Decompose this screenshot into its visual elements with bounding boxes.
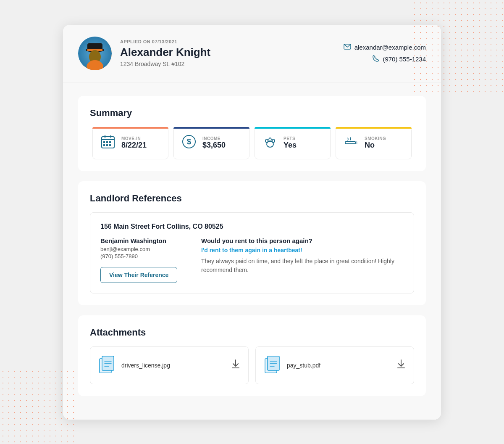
- svg-rect-13: [106, 141, 108, 143]
- ref-answer: I'd rent to them again in a heartbeat!: [201, 247, 404, 254]
- reference-address: 156 Main Street Fort Collins, CO 80525: [100, 223, 404, 230]
- ref-comment: They always paid on time, and they left …: [201, 257, 404, 275]
- svg-rect-34: [268, 356, 279, 370]
- income-label: INCOME: [202, 136, 226, 141]
- pets-value: Yes: [284, 141, 297, 150]
- attachments-title: Attachments: [90, 327, 414, 338]
- main-content: Summary: [63, 82, 441, 420]
- applicant-card: APPLIED ON 07/13/2021 Alexander Knight 1…: [63, 25, 441, 420]
- applicant-info: APPLIED ON 07/13/2021 Alexander Knight 1…: [120, 39, 210, 67]
- svg-rect-27: [102, 356, 114, 370]
- ref-phone: (970) 555-7890: [100, 253, 184, 259]
- move-in-info: MOVE-IN 8/22/21: [121, 136, 147, 150]
- smoking-label: SMOKING: [365, 136, 386, 141]
- attachment-item-paystub[interactable]: pay_stub.pdf: [255, 346, 414, 384]
- svg-rect-16: [106, 144, 108, 146]
- svg-rect-15: [103, 144, 105, 146]
- svg-rect-12: [103, 141, 105, 143]
- calendar-icon: [100, 134, 116, 152]
- attachments-grid: drivers_license.jpg: [90, 346, 414, 384]
- avatar: [78, 37, 112, 70]
- dollar-icon: $: [181, 134, 197, 152]
- attachment-name-1: drivers_license.jpg: [121, 362, 226, 369]
- ref-email: benji@example.com: [100, 246, 184, 252]
- reference-card: 156 Main Street Fort Collins, CO 80525 B…: [90, 212, 414, 293]
- move-in-value: 8/22/21: [121, 141, 147, 150]
- pets-label: PETS: [284, 136, 297, 141]
- summary-section: Summary: [78, 96, 426, 171]
- references-title: Landlord References: [90, 193, 414, 204]
- email-contact: alexandar@example.com: [344, 44, 426, 51]
- income-info: INCOME $3,650: [202, 136, 226, 150]
- summary-title: Summary: [90, 108, 414, 119]
- svg-rect-24: [345, 142, 355, 144]
- svg-point-22: [269, 138, 271, 141]
- svg-rect-17: [109, 144, 111, 146]
- header-right: alexandar@example.com (970) 555-1234: [344, 44, 426, 63]
- smoking-icon: [344, 134, 359, 152]
- phone-contact: (970) 555-1234: [373, 55, 426, 63]
- svg-rect-25: [355, 142, 357, 144]
- svg-rect-14: [109, 141, 111, 143]
- move-in-label: MOVE-IN: [121, 136, 147, 141]
- reference-right: Would you rent to this person again? I'd…: [201, 237, 404, 283]
- document-icon-2: [264, 354, 281, 376]
- download-icon-1[interactable]: [231, 359, 240, 371]
- svg-text:$: $: [187, 137, 191, 146]
- smoking-info: SMOKING No: [365, 136, 386, 150]
- phone-icon: [373, 55, 379, 63]
- applicant-name: Alexander Knight: [120, 46, 210, 59]
- applicant-address: 1234 Broadway St. #102: [120, 61, 210, 67]
- download-icon-2[interactable]: [397, 359, 405, 371]
- pets-card: PETS Yes: [255, 127, 331, 159]
- summary-cards: MOVE-IN 8/22/21 $ INCOME $3,650: [90, 127, 414, 159]
- smoking-value: No: [365, 141, 386, 150]
- email-value: alexandar@example.com: [354, 44, 426, 51]
- income-value: $3,650: [202, 141, 226, 150]
- view-reference-button[interactable]: View Their Reference: [100, 267, 177, 283]
- phone-value: (970) 555-1234: [383, 56, 426, 63]
- applied-on-label: APPLIED ON 07/13/2021: [120, 39, 210, 44]
- svg-point-21: [265, 139, 268, 143]
- ref-landlord-name: Benjamin Washington: [100, 237, 184, 244]
- email-icon: [344, 44, 351, 51]
- smoking-card: SMOKING No: [336, 127, 412, 159]
- move-in-card: MOVE-IN 8/22/21: [92, 127, 168, 159]
- paw-icon: [262, 134, 278, 152]
- reference-left: Benjamin Washington benji@example.com (9…: [100, 237, 184, 283]
- attachment-item-license[interactable]: drivers_license.jpg: [90, 346, 249, 384]
- pets-info: PETS Yes: [284, 136, 297, 150]
- card-header: APPLIED ON 07/13/2021 Alexander Knight 1…: [63, 25, 441, 82]
- header-left: APPLIED ON 07/13/2021 Alexander Knight 1…: [78, 37, 210, 70]
- ref-question: Would you rent to this person again?: [201, 237, 404, 244]
- reference-body: Benjamin Washington benji@example.com (9…: [100, 237, 404, 283]
- references-section: Landlord References 156 Main Street Fort…: [78, 181, 426, 305]
- svg-point-23: [272, 139, 275, 143]
- attachments-section: Attachments drivers_license.jpg: [78, 315, 426, 396]
- income-card: $ INCOME $3,650: [173, 127, 249, 159]
- document-icon-1: [99, 354, 116, 376]
- attachment-name-2: pay_stub.pdf: [287, 362, 391, 369]
